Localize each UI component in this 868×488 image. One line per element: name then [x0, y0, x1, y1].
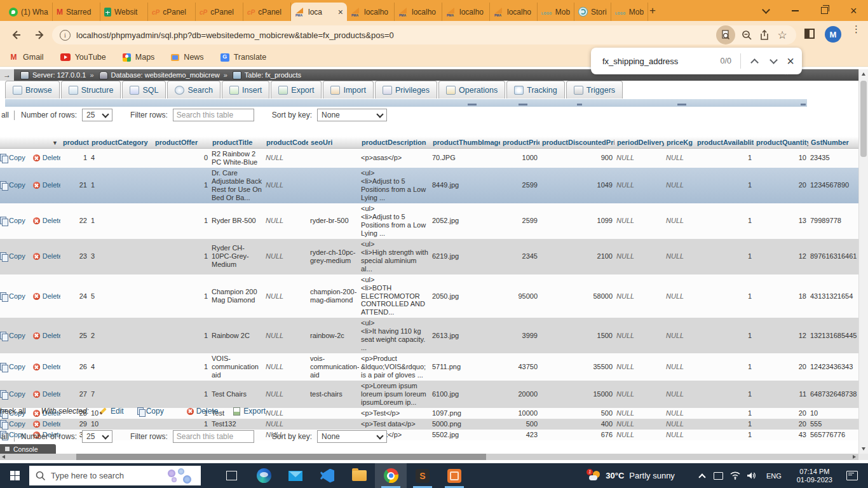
column-header-periodDelivery[interactable]: periodDelivery — [614, 137, 664, 149]
column-header-seoUri[interactable]: seoUri — [308, 137, 359, 149]
column-header-productOffer[interactable]: productOffer — [153, 137, 210, 149]
vertical-scrollbar[interactable] — [858, 69, 868, 454]
column-header-productCategory[interactable]: productCategory — [89, 137, 153, 149]
copy-link[interactable]: Copy — [9, 154, 25, 161]
with-selected-export[interactable]: Export — [233, 407, 266, 416]
pma-tab-triggers[interactable]: Triggers — [566, 81, 623, 98]
close-window-button[interactable]: × — [839, 0, 868, 21]
horizontal-scrollbar[interactable] — [0, 454, 858, 460]
delete-link[interactable]: Delete — [43, 390, 60, 398]
scroll-right-icon[interactable] — [853, 455, 856, 459]
browser-tab[interactable]: cPanel — [243, 3, 291, 21]
vertical-scrollbar-thumb[interactable] — [860, 81, 867, 157]
side-panel-icon[interactable] — [804, 29, 815, 39]
taskbar-weather[interactable]: 1 30°C Partly sunny — [589, 471, 675, 481]
taskbar-clock[interactable]: 07:14 PM 01-09-2023 — [797, 468, 832, 484]
pma-tab-search[interactable]: Search — [167, 81, 220, 98]
column-header-productQuantity[interactable]: productQuantity — [754, 137, 808, 149]
column-header-GstNumber[interactable]: GstNumber — [808, 137, 859, 149]
browser-tab[interactable]: Mobicr — [538, 3, 574, 21]
sort-key-select[interactable]: None — [317, 430, 387, 443]
scroll-left-icon[interactable] — [2, 455, 5, 459]
taskbar-app-edge[interactable] — [248, 463, 280, 488]
delete-link[interactable]: Delete — [43, 252, 60, 260]
zoom-icon[interactable] — [738, 26, 756, 44]
bookmark-youtube[interactable]: YouTube — [60, 53, 106, 62]
pma-tab-export[interactable]: Export — [271, 81, 322, 98]
show-all-label[interactable]: all — [1, 111, 9, 119]
num-rows-select[interactable]: 25 — [82, 109, 112, 121]
filter-rows-input[interactable] — [173, 109, 254, 121]
bookmark-news[interactable]: News — [171, 53, 203, 62]
bookmark-maps[interactable]: Maps — [123, 53, 155, 62]
pma-tab-sql[interactable]: SQL — [122, 81, 166, 98]
delete-link[interactable]: Delete — [43, 420, 60, 428]
copy-link[interactable]: Copy — [9, 181, 25, 189]
new-tab-button[interactable]: + — [646, 4, 660, 18]
browser-menu-icon[interactable]: ⋮ — [851, 27, 858, 32]
site-info-icon[interactable]: i — [60, 30, 71, 41]
browser-tab[interactable]: Storing — [574, 3, 611, 21]
display-icon[interactable] — [710, 463, 727, 488]
browser-tab[interactable]: Websit — [100, 3, 148, 21]
bookmark-gmail[interactable]: Gmail — [9, 53, 44, 62]
browser-tab[interactable]: cPanel — [196, 3, 243, 21]
show-all-label[interactable]: all — [1, 432, 9, 441]
breadcrumb-server[interactable]: Server: 127.0.0.1 — [32, 71, 86, 79]
pma-tab-import[interactable]: Import — [323, 81, 373, 98]
taskbar-app-explorer[interactable] — [343, 463, 375, 488]
taskbar-app-mail[interactable] — [280, 463, 311, 488]
breadcrumb-table[interactable]: Table: fx_products — [245, 71, 301, 79]
taskbar-app-vscode[interactable] — [311, 463, 343, 488]
column-header-productCode[interactable]: productCode — [264, 137, 308, 149]
minimize-button[interactable] — [780, 0, 810, 21]
column-header-productPrice[interactable]: productPrice — [500, 137, 539, 149]
restore-button[interactable] — [810, 0, 839, 21]
num-rows-select[interactable]: 25 — [82, 430, 112, 443]
browser-tab[interactable]: cPanel — [148, 3, 196, 21]
column-header-priceKg[interactable]: priceKg — [664, 137, 695, 149]
taskbar-app-chrome[interactable] — [375, 463, 407, 488]
copy-link[interactable]: Copy — [9, 217, 25, 224]
notification-center-icon[interactable] — [846, 471, 858, 480]
check-all-label[interactable]: heck all — [0, 407, 26, 416]
copy-link[interactable]: Copy — [9, 390, 25, 398]
column-header-productDescription[interactable]: productDescription — [359, 137, 430, 149]
pma-tab-tracking[interactable]: Tracking — [506, 81, 564, 98]
column-header-productTitle[interactable]: productTitle — [210, 137, 264, 149]
find-previous-button[interactable] — [745, 51, 764, 71]
nav-panel-toggle-icon[interactable]: → — [0, 69, 14, 81]
share-icon[interactable] — [756, 26, 773, 44]
copy-link[interactable]: Copy — [9, 363, 25, 370]
pma-tab-insert[interactable]: Insert — [222, 81, 269, 98]
delete-link[interactable]: Delete — [43, 217, 60, 224]
language-indicator[interactable]: ENG — [766, 472, 782, 480]
delete-link[interactable]: Delete — [43, 181, 60, 189]
delete-link[interactable]: Delete — [43, 332, 60, 339]
scroll-up-icon[interactable] — [862, 72, 865, 76]
browser-tab[interactable]: localho — [442, 3, 490, 21]
browser-tab[interactable]: localho — [490, 3, 538, 21]
tab-close-icon[interactable]: × — [338, 9, 343, 15]
column-header-productAvailablity[interactable]: productAvailablity — [695, 137, 754, 149]
pma-tab-browse[interactable]: Browse — [5, 81, 60, 98]
taskbar-app-xampp[interactable] — [438, 463, 470, 488]
wifi-icon[interactable] — [727, 463, 743, 488]
tab-search-chevron-icon[interactable] — [751, 0, 780, 21]
horizontal-scrollbar-thumb[interactable] — [76, 454, 486, 460]
browser-tab[interactable]: Mobicr — [611, 3, 648, 21]
find-close-button[interactable]: × — [783, 51, 802, 71]
column-header-productThumbImage[interactable]: productThumbImage — [430, 137, 500, 149]
hidden-icons-chevron-icon[interactable] — [694, 463, 710, 488]
delete-link[interactable]: Delete — [43, 292, 60, 300]
volume-icon[interactable] — [743, 463, 760, 488]
with-selected-copy[interactable]: Copy — [139, 407, 164, 416]
address-bar[interactable]: i localhost/phpmyadmin/sql.php?db=websit… — [52, 25, 796, 44]
copy-link[interactable]: Copy — [9, 252, 25, 260]
breadcrumb-database[interactable]: Database: websitedemo_mobicrew — [111, 71, 220, 79]
browser-tab[interactable]: localho — [395, 3, 442, 21]
with-selected-edit[interactable]: Edit — [99, 407, 124, 416]
filter-rows-input[interactable] — [173, 430, 254, 443]
find-in-page-icon[interactable] — [716, 25, 735, 44]
bookmark-star-icon[interactable]: ☆ — [773, 26, 791, 44]
